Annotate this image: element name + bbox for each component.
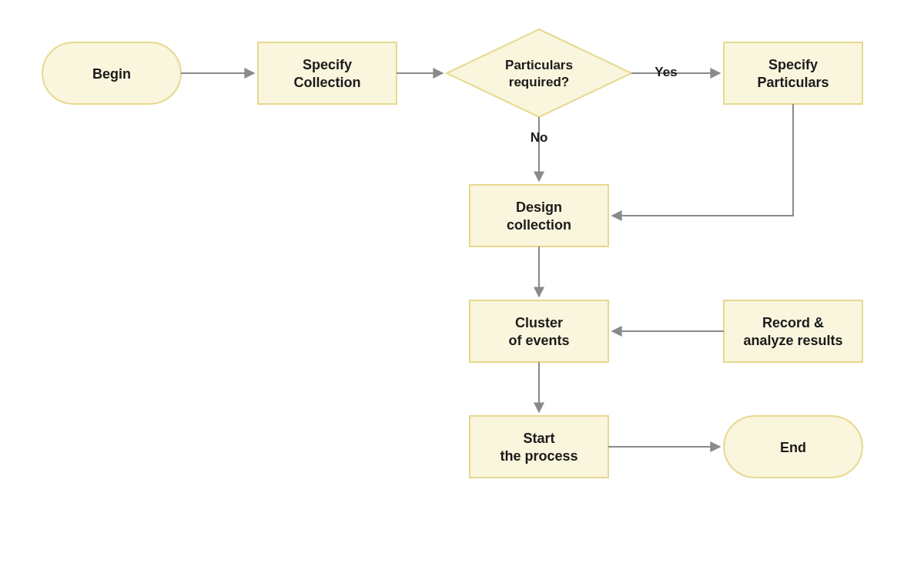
edge-particulars-to-design [612, 104, 793, 216]
svg-marker-2 [447, 29, 631, 117]
node-specify-collection-l2: Collection [293, 75, 360, 90]
node-cluster-events-l2: of events [508, 333, 569, 348]
svg-rect-5 [470, 300, 608, 362]
edge-no-label: No [531, 130, 548, 145]
node-specify-particulars: Specify Particulars [724, 42, 862, 104]
svg-rect-4 [470, 185, 608, 246]
node-record-analyze: Record & analyze results [724, 300, 862, 362]
flowchart: Begin Specify Collection Particulars req… [0, 0, 924, 570]
node-decision-l1: Particulars [505, 58, 573, 72]
svg-rect-7 [470, 416, 608, 478]
node-record-analyze-l2: analyze results [743, 333, 842, 348]
node-specify-collection: Specify Collection [258, 42, 397, 104]
node-specify-particulars-l2: Particulars [757, 75, 829, 90]
svg-rect-3 [724, 42, 862, 104]
node-cluster-events-l1: Cluster [515, 315, 563, 330]
node-specify-particulars-l1: Specify [768, 57, 818, 72]
node-start-process: Start the process [470, 416, 608, 478]
node-begin: Begin [42, 42, 181, 104]
edge-yes-label: Yes [654, 65, 677, 79]
node-design-collection-l1: Design [516, 200, 562, 215]
node-record-analyze-l1: Record & [762, 315, 824, 330]
node-decision: Particulars required? [447, 29, 631, 117]
svg-rect-6 [724, 300, 862, 362]
node-end: End [724, 416, 862, 478]
node-start-process-l2: the process [500, 448, 578, 464]
node-specify-collection-l1: Specify [303, 57, 352, 72]
svg-rect-1 [258, 42, 397, 104]
node-decision-l2: required? [509, 75, 569, 89]
node-start-process-l1: Start [523, 431, 554, 446]
node-begin-label: Begin [92, 66, 131, 82]
node-design-collection-l2: collection [507, 217, 571, 233]
node-cluster-events: Cluster of events [470, 300, 608, 362]
node-design-collection: Design collection [470, 185, 608, 246]
node-end-label: End [780, 440, 806, 455]
